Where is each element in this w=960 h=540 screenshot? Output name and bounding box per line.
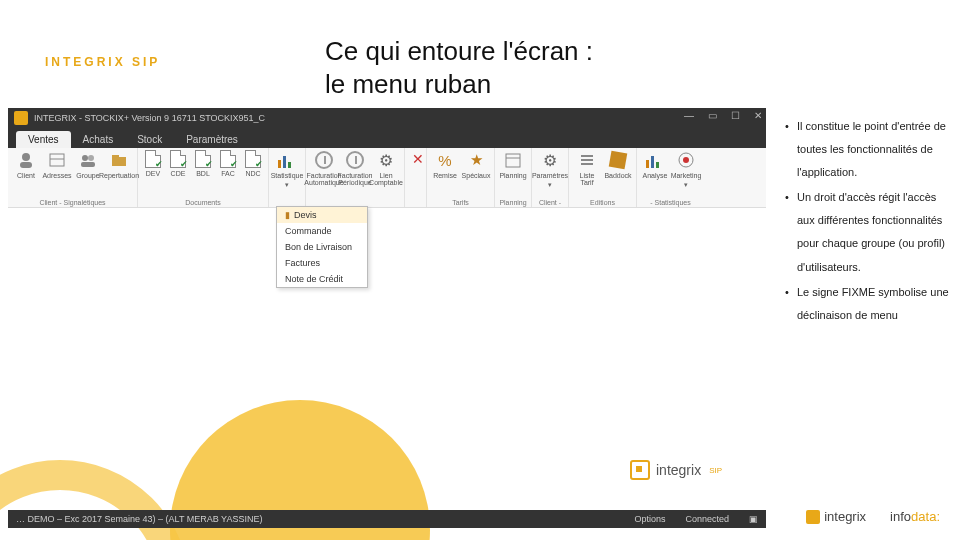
ribbon-btn-fac[interactable]: ✔FAC (217, 150, 239, 177)
footer-infodata-logo: infodata: (890, 509, 940, 524)
ribbon-group-planning: Planning Planning (495, 148, 532, 207)
ribbon-btn-lien-compta[interactable]: ⚙Lien Comptable (372, 150, 400, 186)
folder-icon (109, 150, 129, 170)
list-icon (577, 150, 597, 170)
ribbon-btn-remise[interactable]: %Remise (431, 150, 459, 179)
menu-item-note-credit[interactable]: Note de Crédit (277, 271, 367, 287)
document-icon: ✔ (245, 150, 261, 168)
svg-rect-9 (506, 154, 520, 167)
tab-ventes[interactable]: Ventes (16, 131, 71, 148)
ribbon-btn-cde[interactable]: ✔CDE (167, 150, 189, 177)
tab-stock[interactable]: Stock (125, 131, 174, 148)
percent-icon: % (435, 150, 455, 170)
ribbon-btn-bdl[interactable]: ✔BDL (192, 150, 214, 177)
ribbon-btn-dev[interactable]: ✔DEV (142, 150, 164, 177)
window-titlebar: INTEGRIX - STOCKIX+ Version 9 16711 STOC… (8, 108, 766, 128)
ribbon-group-label: Editions (573, 198, 632, 206)
svg-point-5 (88, 155, 94, 161)
app-icon (14, 111, 28, 125)
ribbon-btn-adresses[interactable]: Adresses (43, 150, 71, 179)
ribbon-btn-repertuation[interactable]: Repertuation (105, 150, 133, 179)
group-icon (78, 150, 98, 170)
ribbon-btn-fact-auto[interactable]: Facturation Automatique (310, 150, 338, 186)
svg-rect-7 (112, 157, 126, 166)
footer-integrix-logo: integrix (806, 509, 866, 524)
menu-item-commande[interactable]: Commande (277, 223, 367, 239)
description-bullets: Il constitue le point d'entrée de toutes… (785, 115, 950, 329)
logo-box-icon (630, 460, 650, 480)
status-options[interactable]: Options (634, 514, 665, 524)
ribbon-label: Baddock (604, 172, 631, 179)
menu-item-bon-livraison[interactable]: Bon de Livraison (277, 239, 367, 255)
decorative-ring (0, 460, 190, 540)
cube-icon (609, 151, 628, 170)
ribbon-btn-analyse[interactable]: Analyse (641, 150, 669, 179)
title-line-1: Ce qui entoure l'écran : (325, 36, 593, 66)
ribbon-group-empty: ✕ (405, 148, 427, 207)
status-bar: … DEMO – Exc 2017 Semaine 43) – (ALT MER… (8, 510, 766, 528)
footer-logos: integrix infodata: (806, 509, 940, 524)
ribbon-btn-speciaux[interactable]: ★Spéciaux (462, 150, 490, 179)
logo-text: integrix (656, 462, 701, 478)
app-window: INTEGRIX - STOCKIX+ Version 9 16711 STOC… (8, 108, 766, 208)
status-connected: Connected (685, 514, 729, 524)
ribbon-btn-fact-period[interactable]: Facturation Périodique (341, 150, 369, 186)
ribbon-label: Adresses (42, 172, 71, 179)
chart-mini-icon: ▮ (285, 210, 290, 220)
ribbon-tabbar: Ventes Achats Stock Paramètres (8, 128, 766, 148)
ribbon-group-client: Client Adresses Groupe Repertuation Clie… (8, 148, 138, 207)
ribbon-label: Remise (433, 172, 457, 179)
restore-icon[interactable]: ▭ (708, 110, 717, 121)
person-icon (16, 150, 36, 170)
ribbon-btn-liste-tarif[interactable]: Liste Tarif (573, 150, 601, 186)
svg-point-4 (82, 155, 88, 161)
clock-icon (315, 151, 333, 169)
svg-point-0 (22, 153, 30, 161)
ribbon-label: Planning (499, 172, 526, 179)
ribbon-btn-client[interactable]: Client (12, 150, 40, 179)
ribbon-btn-marketing[interactable]: Marketing▾ (672, 150, 700, 189)
ribbon-label: Facturation Périodique (337, 172, 372, 186)
ribbon-btn-baddock[interactable]: Baddock (604, 150, 632, 179)
status-left: … DEMO – Exc 2017 Semaine 43) – (ALT MER… (16, 514, 262, 524)
integrix-mid-logo: integrixSIP (630, 460, 722, 480)
ribbon-btn-ndc[interactable]: ✔NDC (242, 150, 264, 177)
bar-chart-icon (278, 152, 296, 168)
tab-achats[interactable]: Achats (71, 131, 126, 148)
statistique-dropdown: ▮Devis Commande Bon de Livraison Facture… (276, 206, 368, 288)
minimize-icon[interactable]: — (684, 110, 694, 121)
ribbon-label: Lien Comptable (369, 172, 403, 186)
ribbon-group-client-param: ⚙Paramètres▾ Client - (532, 148, 569, 207)
document-icon: ✔ (145, 150, 161, 168)
ribbon-btn-groupe[interactable]: Groupe (74, 150, 102, 179)
close-icon[interactable]: ✕ (754, 110, 762, 121)
ribbon-btn-planning[interactable]: Planning (499, 150, 527, 179)
maximize-icon[interactable]: ☐ (731, 110, 740, 121)
calendar-icon (503, 150, 523, 170)
logo-box-icon (806, 510, 820, 524)
menu-item-factures[interactable]: Factures (277, 255, 367, 271)
brand-logo: INTEGRIX SIP (45, 55, 160, 69)
tab-parametres[interactable]: Paramètres (174, 131, 250, 148)
ribbon-group-stats: Statistique ▾ (269, 148, 306, 207)
ribbon-btn-statistique[interactable]: Statistique ▾ (273, 150, 301, 189)
ribbon-btn-parametres[interactable]: ⚙Paramètres▾ (536, 150, 564, 189)
logo-sup: SIP (709, 466, 722, 475)
page-title: Ce qui entoure l'écran : le menu ruban (325, 35, 593, 100)
ribbon-label: BDL (196, 170, 210, 177)
menu-item-devis[interactable]: ▮Devis (277, 207, 367, 223)
ribbon-label: Spéciaux (462, 172, 491, 179)
status-icon: ▣ (749, 514, 758, 524)
ribbon-group-label: Documents (142, 198, 264, 206)
gear-icon: ⚙ (376, 150, 396, 170)
ribbon-label: Analyse (643, 172, 668, 179)
ribbon-group-label: Tarifs (431, 198, 490, 206)
ribbon-group-stats2: Analyse Marketing▾ - Statistiques (637, 148, 704, 207)
ribbon-group-label: Planning (499, 198, 527, 206)
svg-rect-1 (20, 162, 32, 168)
ribbon-btn-misc[interactable]: ✕ (409, 150, 427, 168)
ribbon-group-tarifs: %Remise ★Spéciaux Tarifs (427, 148, 495, 207)
ribbon: Client Adresses Groupe Repertuation Clie… (8, 148, 766, 208)
refresh-icon (346, 151, 364, 169)
svg-rect-8 (112, 155, 119, 158)
